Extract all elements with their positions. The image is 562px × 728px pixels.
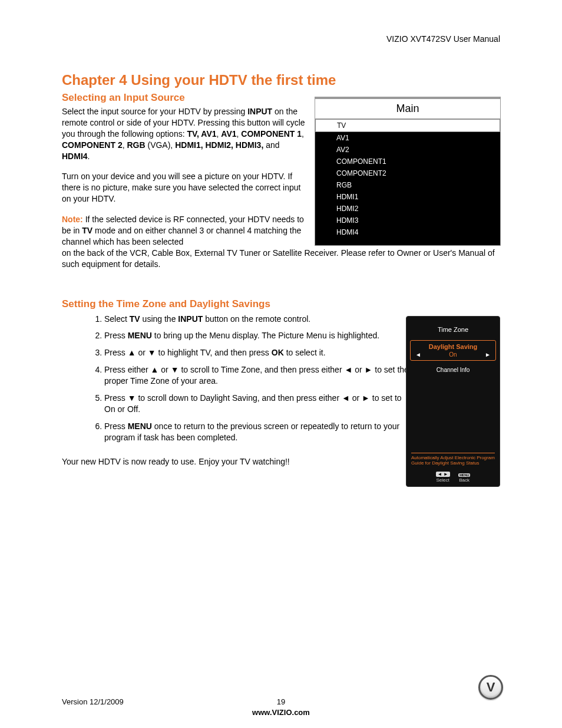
steps-list: Select TV using the INPUT button on the … xyxy=(104,314,411,443)
tz-daylight-saving-row: Daylight Saving ◄ On ► xyxy=(410,340,496,361)
step-6: Press MENU once to return to the previou… xyxy=(104,421,411,443)
main-menu-item: RGB xyxy=(315,179,500,191)
header-product: VIZIO XVT472SV User Manual xyxy=(386,34,500,44)
main-input-menu: Main TV AV1 AV2 COMPONENT1 COMPONENT2 RG… xyxy=(315,97,501,246)
arrows-icon: ◄ ► xyxy=(436,472,450,477)
tz-sel-label: Daylight Saving xyxy=(411,343,495,350)
arrow-right-icon: ► xyxy=(485,351,491,358)
section1-note-cont: on the back of the VCR, Cable Box, Exter… xyxy=(62,248,498,270)
main-menu-item: HDMI3 xyxy=(315,215,500,226)
footer-url: www.VIZIO.com xyxy=(252,708,310,717)
main-menu-item: AV1 xyxy=(315,132,500,144)
step-2: Press MENU to bring up the Menu display.… xyxy=(104,330,411,341)
main-menu-item: HDMI4 xyxy=(315,226,500,238)
step-1: Select TV using the INPUT button on the … xyxy=(104,314,411,325)
footer-page: 19 xyxy=(277,697,285,706)
section2-title: Setting the Time Zone and Daylight Savin… xyxy=(62,298,500,310)
section1-para2: Turn on your device and you will see a p… xyxy=(62,171,309,205)
step-4: Press either ▲ or ▼ to scroll to Time Zo… xyxy=(104,364,411,387)
tz-channel-info: Channel Info xyxy=(406,362,500,378)
tz-sel-value: On xyxy=(449,351,457,358)
timezone-menu: Time Zone Daylight Saving ◄ On ► Channel… xyxy=(406,316,500,487)
footer-version: Version 12/1/2009 xyxy=(62,697,124,706)
main-menu-item-selected: TV xyxy=(315,119,500,132)
step-5: Press ▼ to scroll down to Daylight Savin… xyxy=(104,393,411,415)
tz-back-hint: MENU Back xyxy=(458,472,470,483)
section1-para1: Select the input source for your HDTV by… xyxy=(62,106,309,162)
main-menu-item: HDMI2 xyxy=(315,203,500,215)
main-menu-item: COMPONENT2 xyxy=(315,167,500,179)
tz-select-hint: ◄ ► Select xyxy=(436,472,450,483)
step-3: Press ▲ or ▼ to highlight TV, and then p… xyxy=(104,347,411,358)
section1-note-start: Note: If the selected device is RF conne… xyxy=(62,214,309,248)
chapter-title: Chapter 4 Using your HDTV the first time xyxy=(62,72,500,88)
main-menu-item: AV2 xyxy=(315,144,500,156)
main-menu-item: COMPONENT1 xyxy=(315,156,500,167)
arrow-left-icon: ◄ xyxy=(415,351,421,358)
main-menu-title: Main xyxy=(315,99,500,119)
main-menu-item: HDMI1 xyxy=(315,191,500,203)
menu-key-icon: MENU xyxy=(458,473,470,477)
note-label: Note: xyxy=(62,215,83,224)
vizio-logo-icon: V xyxy=(478,675,503,700)
tz-title: Time Zone xyxy=(406,321,500,340)
tz-help-text: Automatically Adjust Electronic Program … xyxy=(411,453,495,466)
